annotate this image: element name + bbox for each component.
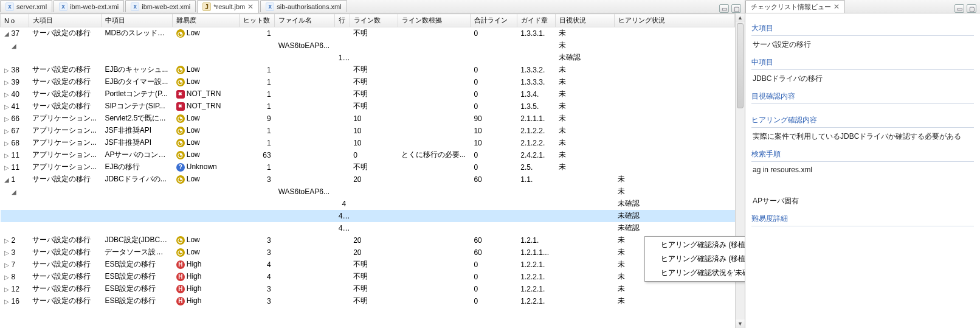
- scroll-up-arrow[interactable]: ▲: [736, 13, 745, 22]
- cell-guide: [517, 198, 555, 210]
- expand-toggle-closed-icon[interactable]: ▷: [4, 152, 10, 158]
- column-header[interactable]: ヒアリング状況: [614, 14, 734, 27]
- cell-linecount: 20: [350, 234, 398, 246]
- table-row[interactable]: ▷8サーバ設定の移行ESB設定の移行HHigh4不明01.2.2.1.未: [1, 271, 735, 283]
- table-row[interactable]: ◢WAS6toEAP6...未: [1, 40, 735, 52]
- column-header[interactable]: ファイル名: [275, 14, 335, 27]
- editor-tab-0[interactable]: xserver.xml: [0, 0, 52, 12]
- context-menu-item[interactable]: ヒアリング確認済み (移植不要) (N): [646, 238, 745, 252]
- section-header-search: 検索手順: [751, 147, 974, 162]
- editor-tab-4[interactable]: xsib-authorisations.xml: [260, 0, 347, 12]
- maximize-view-button[interactable]: ▢: [731, 4, 741, 13]
- expand-toggle-closed-icon[interactable]: ▷: [4, 262, 10, 268]
- cell-no: ▷11: [1, 149, 29, 161]
- table-row[interactable]: ▷2サーバ設定の移行JDBC設定(JDBCP...◔Low320601.2.1.…: [1, 234, 735, 246]
- table-row[interactable]: 490未確認: [1, 222, 735, 234]
- expand-toggle-closed-icon[interactable]: ▷: [4, 79, 10, 85]
- cell-linecount: [350, 222, 398, 234]
- column-header[interactable]: ガイド章: [517, 14, 555, 27]
- table-row[interactable]: 465未確認: [1, 210, 735, 222]
- table-row[interactable]: ◢WAS6toEAP6...未: [1, 186, 735, 198]
- cell-totalline: 0: [470, 271, 517, 283]
- expand-toggle-closed-icon[interactable]: ▷: [4, 164, 10, 170]
- column-header[interactable]: N o: [1, 14, 29, 27]
- cell-daikoumoku: アプリケーション...: [29, 137, 101, 149]
- section-body-daikoumoku: サーバ設定の移行: [751, 36, 974, 51]
- cell-chukoumoku: JDBC設定(JDBCP...: [101, 234, 172, 246]
- table-row[interactable]: ◢37サーバ設定の移行MDBのスレッドプ...◔Low1不明01.3.3.1.未: [1, 27, 735, 40]
- expand-toggle-open-icon[interactable]: ◢: [12, 43, 18, 49]
- cell-chukoumoku: JDBCドライバの...: [101, 173, 172, 186]
- maximize-view-button[interactable]: ▢: [967, 4, 976, 13]
- expand-toggle-closed-icon[interactable]: ▷: [4, 237, 10, 243]
- minimize-view-button[interactable]: ▭: [954, 4, 964, 13]
- expand-toggle-closed-icon[interactable]: ▷: [4, 286, 10, 292]
- cell-line: [335, 88, 350, 100]
- cell-daikoumoku: サーバ設定の移行: [29, 295, 101, 307]
- table-row[interactable]: ◢1サーバ設定の移行JDBCドライバの...◔Low320601.1.未: [1, 173, 735, 186]
- table-row[interactable]: ▷68アプリケーション...JSF非推奨API◔Low110102.1.2.2.…: [1, 137, 735, 149]
- cell-file: [275, 27, 335, 40]
- minimize-view-button[interactable]: ▭: [719, 4, 729, 13]
- table-row[interactable]: ▷66アプリケーション...Servlet2.5で既に...◔Low910902…: [1, 113, 735, 125]
- expand-toggle-closed-icon[interactable]: ▷: [4, 103, 10, 110]
- cell-mokushi: [555, 259, 614, 271]
- cell-hit: 1: [239, 125, 275, 137]
- table-row[interactable]: ▷39サーバ設定の移行EJBのタイマー設...◔Low1不明01.3.3.3.未: [1, 76, 735, 88]
- context-menu-item[interactable]: ヒアリング確認状況を'未確認'に戻す (Z): [646, 266, 745, 280]
- expand-toggle-open-icon[interactable]: ◢: [4, 30, 10, 37]
- column-header[interactable]: 目視状況: [555, 14, 614, 27]
- expand-toggle-closed-icon[interactable]: ▷: [4, 140, 10, 146]
- expand-toggle-closed-icon[interactable]: ▷: [4, 116, 10, 122]
- editor-tab-2[interactable]: xibm-web-ext.xmi: [125, 0, 196, 12]
- table-row[interactable]: ▷41サーバ設定の移行SIPコンテナ(SIP...✖NOT_TRN1不明01.3…: [1, 100, 735, 113]
- column-header[interactable]: ライン数根拠: [398, 14, 470, 27]
- table-row[interactable]: ▷11アプリケーション...EJBの移行?Unknown1不明02.5.未: [1, 161, 735, 173]
- table-row[interactable]: 4未確認: [1, 198, 735, 210]
- table-row[interactable]: ▷12サーバ設定の移行ESB設定の移行HHigh3不明01.2.2.1.未: [1, 283, 735, 295]
- expand-toggle-closed-icon[interactable]: ▷: [4, 298, 10, 304]
- expand-toggle-closed-icon[interactable]: ▷: [4, 67, 10, 73]
- cell-daikoumoku: サーバ設定の移行: [29, 76, 101, 88]
- cell-hearing: [614, 64, 734, 76]
- expand-toggle-closed-icon[interactable]: ▷: [4, 91, 10, 97]
- not-trn-icon: ✖: [176, 102, 185, 111]
- scroll-thumb[interactable]: [737, 23, 744, 108]
- expand-toggle-open-icon[interactable]: ◢: [12, 189, 18, 195]
- cell-linekonkyo: [398, 210, 470, 222]
- low-difficulty-icon: ◔: [176, 66, 185, 74]
- column-header[interactable]: 中項目: [101, 14, 172, 27]
- column-header[interactable]: 行: [335, 14, 350, 27]
- column-header[interactable]: ライン数: [350, 14, 398, 27]
- context-menu-item[interactable]: ヒアリング確認済み (移植要) (O): [646, 252, 745, 266]
- table-row[interactable]: 175未確認: [1, 52, 735, 64]
- table-row[interactable]: ▷11アプリケーション...APサーバのコンテ...◔Low630とくに移行の必…: [1, 149, 735, 161]
- table-row[interactable]: ▷67アプリケーション...JSF非推奨API◔Low110102.1.2.2.…: [1, 125, 735, 137]
- cell-chukoumoku: MDBのスレッドプ...: [101, 27, 172, 40]
- checklist-tab[interactable]: チェックリスト情報ビュー ✕: [745, 0, 845, 13]
- table-row[interactable]: ▷38サーバ設定の移行EJBのキャッシュ...◔Low1不明01.3.3.2.未: [1, 64, 735, 76]
- column-header[interactable]: 大項目: [29, 14, 101, 27]
- cell-line: [335, 161, 350, 173]
- table-row[interactable]: ▷3サーバ設定の移行データソース設定...◔Low320601.2.1.1...…: [1, 246, 735, 259]
- cell-file: [275, 271, 335, 283]
- table-row[interactable]: ▷40サーバ設定の移行Portletコンテナ(P...✖NOT_TRN1不明01…: [1, 88, 735, 100]
- table-row[interactable]: ▷7サーバ設定の移行ESB設定の移行HHigh4不明01.2.2.1.未: [1, 259, 735, 271]
- close-icon[interactable]: ✕: [247, 4, 254, 10]
- table-row[interactable]: ▷16サーバ設定の移行ESB設定の移行HHigh3不明01.2.2.1.未: [1, 295, 735, 307]
- cell-daikoumoku: アプリケーション...: [29, 149, 101, 161]
- cell-no: ◢37: [1, 27, 29, 40]
- expand-toggle-closed-icon[interactable]: ▷: [4, 128, 10, 134]
- editor-tab-1[interactable]: xibm-web-ext.xmi: [53, 0, 124, 12]
- editor-tab-active-3[interactable]: J*result.jbm✕: [197, 0, 259, 13]
- expand-toggle-closed-icon[interactable]: ▷: [4, 274, 10, 280]
- column-header[interactable]: 合計ライン: [470, 14, 517, 27]
- expand-toggle-closed-icon[interactable]: ▷: [4, 249, 10, 256]
- column-header[interactable]: ヒット数: [239, 14, 275, 27]
- column-header[interactable]: 難易度: [173, 14, 239, 27]
- scroll-down-arrow[interactable]: ▼: [736, 319, 745, 328]
- cell-no: ▷67: [1, 125, 29, 137]
- cell-totalline: 10: [470, 137, 517, 149]
- expand-toggle-open-icon[interactable]: ◢: [4, 176, 10, 183]
- close-icon[interactable]: ✕: [833, 4, 840, 10]
